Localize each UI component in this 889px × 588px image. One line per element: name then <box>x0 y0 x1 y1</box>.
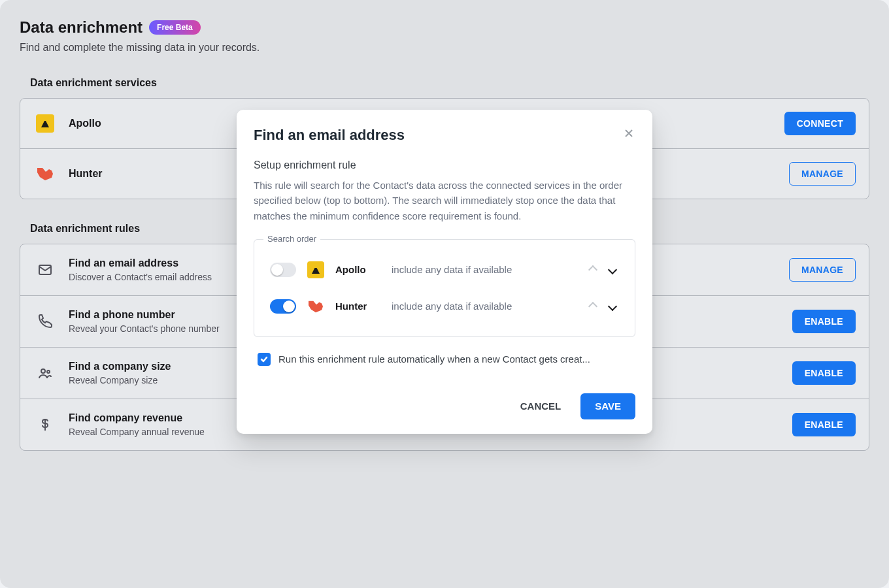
move-up-button[interactable] <box>586 300 599 313</box>
enrichment-rule-modal: Find an email address Setup enrichment r… <box>237 110 652 434</box>
service-note: include any data if available <box>392 301 576 312</box>
apollo-icon <box>307 261 325 279</box>
modal-overlay: Find an email address Setup enrichment r… <box>0 0 889 588</box>
service-name: Hunter <box>335 301 381 312</box>
modal-title: Find an email address <box>254 127 635 144</box>
move-down-button[interactable] <box>606 263 619 276</box>
service-toggle[interactable] <box>270 263 296 277</box>
order-row-apollo: Apollo include any data if available <box>266 252 623 288</box>
cancel-button[interactable]: CANCEL <box>512 393 569 419</box>
modal-section-label: Setup enrichment rule <box>254 159 635 171</box>
fieldset-legend: Search order <box>263 234 320 244</box>
save-button[interactable]: SAVE <box>580 393 635 419</box>
auto-run-label: Run this enrichment rule automatically w… <box>278 353 590 365</box>
auto-run-row: Run this enrichment rule automatically w… <box>254 353 635 366</box>
close-icon[interactable] <box>620 124 638 142</box>
service-note: include any data if available <box>392 264 576 275</box>
service-name: Apollo <box>335 264 381 275</box>
search-order-fieldset: Search order Apollo include any data if … <box>254 239 635 337</box>
auto-run-checkbox[interactable] <box>258 353 271 366</box>
move-up-button[interactable] <box>586 263 599 276</box>
hunter-icon <box>307 297 325 316</box>
move-down-button[interactable] <box>606 300 619 313</box>
modal-description: This rule will search for the Contact's … <box>254 178 635 223</box>
order-row-hunter: Hunter include any data if available <box>266 288 623 325</box>
service-toggle[interactable] <box>270 299 296 314</box>
